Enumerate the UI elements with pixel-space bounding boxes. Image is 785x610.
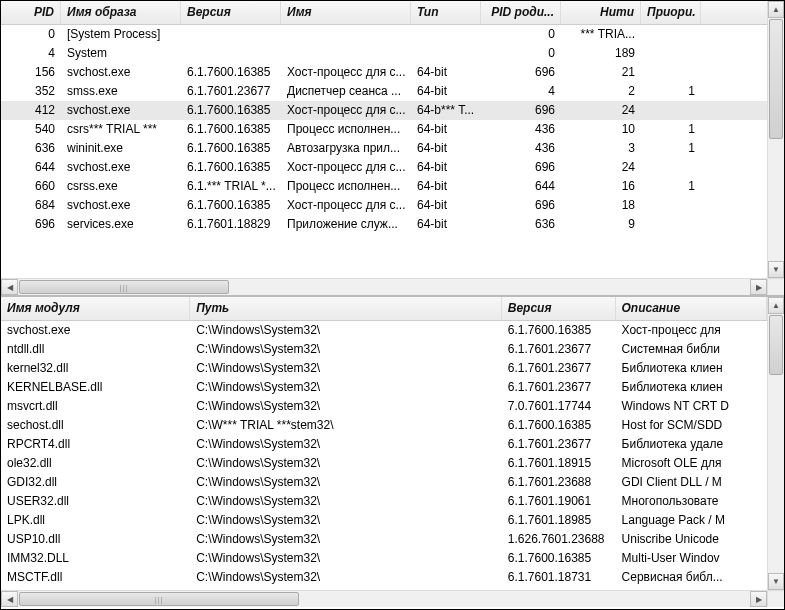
cell-threads: 18 [561,196,641,215]
cell-version: 6.1.7600.16385 [181,139,281,158]
module-row[interactable]: LPK.dllC:\Windows\System32\6.1.7601.1898… [1,511,767,530]
col-version[interactable]: Версия [181,1,281,24]
scroll-up-icon[interactable]: ▲ [768,297,784,314]
scroll-left-icon[interactable]: ◀ [1,591,18,607]
processes-pane: PID Имя образа Версия Имя Тип PID роди..… [1,1,784,297]
cell-module: USP10.dll [1,530,190,549]
module-row[interactable]: GDI32.dllC:\Windows\System32\6.1.7601.23… [1,473,767,492]
process-row[interactable]: 156svchost.exe6.1.7600.16385Хост-процесс… [1,63,767,82]
cell-desc: Language Pack / M [616,511,767,530]
cell-desc: Библиотека клиен [616,359,767,378]
cell-type [411,44,481,63]
process-row[interactable]: 644svchost.exe6.1.7600.16385Хост-процесс… [1,158,767,177]
module-row[interactable]: msvcrt.dllC:\Windows\System32\7.0.7601.1… [1,397,767,416]
vscroll-bottom[interactable]: ▲ ▼ [767,297,784,590]
modules-rows: svchost.exeC:\Windows\System32\6.1.7600.… [1,321,767,587]
cell-image: svchost.exe [61,158,181,177]
hscroll-top[interactable]: ◀ ▶ [1,278,767,295]
scroll-down-icon[interactable]: ▼ [768,573,784,590]
cell-image: svchost.exe [61,196,181,215]
scroll-corner [767,278,784,295]
cell-parent: 644 [481,177,561,196]
cell-version: 6.1.7600.16385 [181,101,281,120]
cell-path: C:\Windows\System32\ [190,530,502,549]
cell-pid: 4 [1,44,61,63]
cell-name: Процесс исполнен... [281,177,411,196]
process-row[interactable]: 412svchost.exe6.1.7600.16385Хост-процесс… [1,101,767,120]
vscroll-thumb[interactable] [769,315,783,375]
cell-module: GDI32.dll [1,473,190,492]
module-row[interactable]: USER32.dllC:\Windows\System32\6.1.7601.1… [1,492,767,511]
cell-threads: 189 [561,44,641,63]
module-row[interactable]: MSCTF.dllC:\Windows\System32\6.1.7601.18… [1,568,767,587]
col-image-name[interactable]: Имя образа [61,1,181,24]
process-row[interactable]: 684svchost.exe6.1.7600.16385Хост-процесс… [1,196,767,215]
cell-type [411,25,481,44]
scroll-right-icon[interactable]: ▶ [750,279,767,295]
scroll-right-icon[interactable]: ▶ [750,591,767,607]
col-pid[interactable]: PID [1,1,61,24]
cell-pid: 684 [1,196,61,215]
cell-threads: 3 [561,139,641,158]
cell-image: services.exe [61,215,181,234]
col-module-version[interactable]: Версия [502,297,616,320]
cell-name [281,25,411,44]
cell-path: C:\W*** TRIAL ***stem32\ [190,416,502,435]
col-path[interactable]: Путь [190,297,502,320]
cell-threads: *** TRIA... [561,25,641,44]
cell-name: Диспетчер сеанса ... [281,82,411,101]
cell-prio: 1 [641,120,701,139]
process-row[interactable]: 540csrs*** TRIAL ***6.1.7600.16385Процес… [1,120,767,139]
module-row[interactable]: ole32.dllC:\Windows\System32\6.1.7601.18… [1,454,767,473]
scroll-up-icon[interactable]: ▲ [768,1,784,18]
process-row[interactable]: 0[System Process]0*** TRIA... [1,25,767,44]
module-row[interactable]: kernel32.dllC:\Windows\System32\6.1.7601… [1,359,767,378]
module-row[interactable]: KERNELBASE.dllC:\Windows\System32\6.1.76… [1,378,767,397]
module-row[interactable]: IMM32.DLLC:\Windows\System32\6.1.7600.16… [1,549,767,568]
cell-image: System [61,44,181,63]
col-type[interactable]: Тип [411,1,481,24]
module-row[interactable]: RPCRT4.dllC:\Windows\System32\6.1.7601.2… [1,435,767,454]
process-row[interactable]: 696services.exe6.1.7601.18829Приложение … [1,215,767,234]
cell-name: Хост-процесс для с... [281,158,411,177]
process-row[interactable]: 636wininit.exe6.1.7600.16385Автозагрузка… [1,139,767,158]
scroll-left-icon[interactable]: ◀ [1,279,18,295]
module-row[interactable]: svchost.exeC:\Windows\System32\6.1.7600.… [1,321,767,340]
cell-path: C:\Windows\System32\ [190,435,502,454]
process-row[interactable]: 352smss.exe6.1.7601.23677Диспетчер сеанс… [1,82,767,101]
scroll-down-icon[interactable]: ▼ [768,261,784,278]
cell-module: USER32.dll [1,492,190,511]
cell-path: C:\Windows\System32\ [190,397,502,416]
cell-version: 6.1.7601.23677 [502,378,616,397]
cell-prio: 1 [641,139,701,158]
process-row[interactable]: 660csrss.exe6.1.*** TRIAL *...Процесс ис… [1,177,767,196]
cell-path: C:\Windows\System32\ [190,340,502,359]
cell-threads: 24 [561,158,641,177]
cell-parent: 696 [481,63,561,82]
col-module-name[interactable]: Имя модуля [1,297,190,320]
col-threads[interactable]: Нити [561,1,641,24]
hscroll-bottom[interactable]: ◀ ▶ [1,590,767,607]
cell-version: 6.1.7601.23677 [502,359,616,378]
cell-path: C:\Windows\System32\ [190,492,502,511]
cell-prio [641,158,701,177]
hscroll-thumb[interactable] [19,280,229,294]
cell-image: csrs*** TRIAL *** [61,120,181,139]
cell-name: Хост-процесс для с... [281,63,411,82]
col-description[interactable]: Описание [616,297,767,320]
cell-name [281,44,411,63]
col-parent-pid[interactable]: PID роди... [481,1,561,24]
cell-type: 64-bit [411,82,481,101]
cell-parent: 636 [481,215,561,234]
vscroll-top[interactable]: ▲ ▼ [767,1,784,278]
process-row[interactable]: 4System0189 [1,44,767,63]
col-name[interactable]: Имя [281,1,411,24]
module-row[interactable]: USP10.dllC:\Windows\System32\1.626.7601.… [1,530,767,549]
module-row[interactable]: sechost.dllC:\W*** TRIAL ***stem32\6.1.7… [1,416,767,435]
module-row[interactable]: ntdll.dllC:\Windows\System32\6.1.7601.23… [1,340,767,359]
col-priority[interactable]: Приори. [641,1,701,24]
vscroll-thumb[interactable] [769,19,783,139]
cell-version: 6.1.7601.23677 [502,340,616,359]
cell-type: 64-bit [411,139,481,158]
hscroll-thumb[interactable] [19,592,299,606]
